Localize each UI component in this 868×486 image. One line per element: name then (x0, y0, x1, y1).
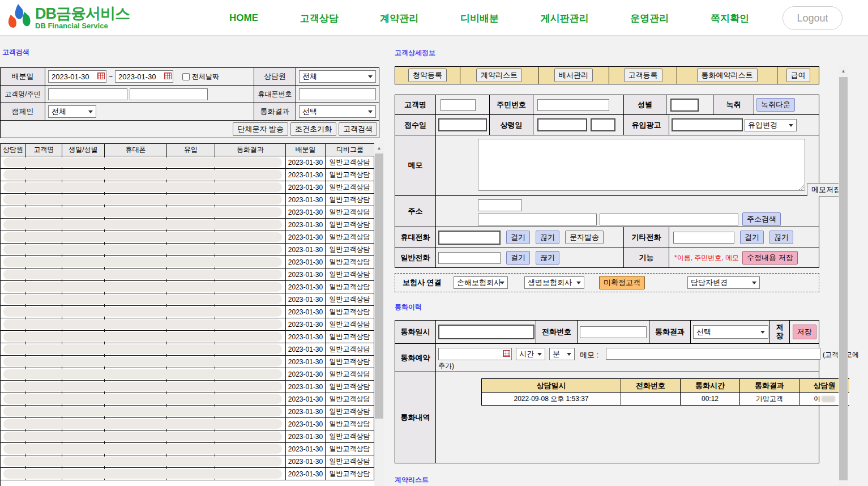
receipt-date-input[interactable] (438, 118, 487, 131)
call-datetime-input[interactable] (438, 325, 535, 339)
column-header[interactable]: 고객명 (26, 144, 62, 156)
table-row[interactable]: 2023-01-30 일반고객상담 (1, 194, 374, 206)
memo-textarea[interactable] (478, 139, 805, 191)
other-phone-input[interactable] (673, 232, 734, 244)
sms-send-button[interactable]: 문자발송 (565, 231, 604, 244)
reserve-minute-select[interactable]: 분 (549, 348, 575, 360)
table-row[interactable]: 2023-01-30 일반고객상담 (1, 231, 374, 244)
column-header[interactable]: 디비그룹 (326, 144, 374, 156)
nav-item[interactable]: HOME (229, 12, 258, 24)
zip-code-input[interactable] (478, 199, 522, 211)
action-button[interactable]: 급여 (786, 69, 810, 82)
save-edits-button[interactable]: 수정내용 저장 (742, 251, 798, 265)
column-header[interactable]: 통화결과 (215, 144, 286, 156)
nav-item[interactable]: 계약관리 (380, 12, 418, 25)
table-row[interactable]: 2023-01-30 일반고객상담 (1, 293, 374, 306)
address2-input[interactable] (600, 214, 738, 225)
mobile-number-input[interactable] (299, 88, 376, 100)
table-row[interactable]: 2023-01-30 일반고객상담 (1, 418, 374, 430)
address1-input[interactable] (478, 214, 597, 225)
scroll-up-icon[interactable]: ▲ (374, 143, 384, 153)
campaign-select[interactable]: 전체 (48, 105, 96, 118)
table-row[interactable]: 2023-01-30 일반고객상담 (1, 381, 374, 393)
bulk-sms-button[interactable]: 단체문자 발송 (233, 122, 288, 136)
nav-item[interactable]: 고객상담 (300, 12, 339, 25)
table-row[interactable]: 2023-01-30 일반고객상담 (1, 206, 374, 219)
insurance-age-input2[interactable] (591, 118, 615, 131)
logo[interactable]: DB금융서비스 DB Financial Service (7, 3, 130, 32)
calendar-icon[interactable] (164, 73, 172, 79)
reset-conditions-button[interactable]: 조건초기화 (290, 122, 336, 136)
table-row[interactable]: 2023-01-30 일반고객상담 (1, 281, 374, 293)
nav-item[interactable]: 게시판관리 (541, 12, 589, 25)
column-header[interactable]: 배분일 (286, 144, 326, 156)
table-row[interactable]: 2023-01-30 일반고객상담 (1, 430, 374, 443)
address-search-button[interactable]: 주소검색 (742, 212, 781, 226)
all-dates-checkbox[interactable] (182, 73, 190, 80)
customer-table-scrollbar[interactable]: ▲ (374, 143, 384, 486)
table-row[interactable]: 2023-01-30 일반고객상담 (1, 393, 374, 406)
column-header[interactable]: 휴대폰 (105, 144, 167, 156)
table-row[interactable]: 2023-01-30 일반고객상담 (1, 356, 374, 368)
table-row[interactable]: 2023-01-30 일반고객상담 (1, 406, 374, 418)
calendar-icon[interactable] (503, 350, 510, 357)
life-insurer-select[interactable]: 생명보험회사 (524, 276, 584, 289)
customer-name-input[interactable] (48, 88, 127, 100)
table-row[interactable]: 2023-01-30 일반고객상담 (1, 169, 374, 181)
action-button[interactable]: 배서관리 (554, 69, 593, 82)
agent-select[interactable]: 전체 (299, 70, 376, 83)
table-row[interactable]: 2023-01-30 일반고객상담 (1, 343, 374, 356)
inflow-ad-input[interactable] (672, 118, 743, 131)
table-row[interactable]: 2023-01-30 일반고객상담 (1, 368, 374, 381)
call-result-select[interactable]: 선택 (693, 325, 768, 339)
table-row[interactable]: 2023-01-30 일반고객상담 (1, 455, 374, 468)
table-row[interactable]: 2023-01-30 일반고객상담 (1, 331, 374, 343)
landline-input[interactable] (438, 252, 501, 264)
calendar-icon[interactable] (97, 73, 105, 79)
table-row[interactable]: 2023-01-30 일반고객상담 (1, 256, 374, 268)
table-row[interactable]: 2023-01-30 일반고객상담 (1, 244, 374, 256)
call-phone-input[interactable] (580, 326, 647, 338)
landline-call-button[interactable]: 걸기 (506, 251, 530, 265)
date-from-input[interactable]: 2023-01-30 (48, 70, 106, 83)
scrollbar-thumb[interactable] (375, 154, 383, 419)
customer-search-button[interactable]: 고객검색 (339, 122, 377, 136)
insurance-age-input[interactable] (537, 118, 587, 131)
column-header[interactable]: 생일/성별 (62, 144, 105, 156)
name-input[interactable] (441, 99, 476, 111)
other-hangup-button[interactable]: 끊기 (769, 231, 793, 244)
table-row[interactable]: 2023-01-30 일반고객상담 (1, 156, 374, 169)
inflow-change-select[interactable]: 유입변경 (745, 119, 797, 131)
action-button[interactable]: 고객등록 (624, 69, 662, 82)
call-save-button[interactable]: 저장 (793, 325, 816, 339)
table-row[interactable]: 2023-01-30 일반고객상담 (1, 181, 374, 194)
scrollbar-thumb[interactable] (839, 77, 848, 480)
column-header[interactable]: 유입 (167, 144, 215, 156)
nav-item[interactable]: 운영관리 (630, 12, 669, 25)
landline-hangup-button[interactable]: 끊기 (536, 251, 559, 265)
logout-button[interactable]: Logout (783, 6, 843, 30)
table-row[interactable]: 2023-01-30 일반고객상담 (1, 268, 374, 281)
reserve-date-input[interactable] (438, 348, 512, 360)
ssn-input[interactable] (537, 99, 609, 111)
column-header[interactable]: 상담원 (1, 144, 26, 156)
table-row[interactable]: 2023-01-30 일반고객상담 (1, 468, 374, 480)
history-row[interactable]: 2022-09-08 오후 1:53:37 00:12 가망고객 이 (482, 393, 849, 405)
other-call-button[interactable]: 걸기 (740, 231, 764, 244)
mobile-call-button[interactable]: 걸기 (506, 231, 530, 244)
action-button[interactable]: 통화예약리스트 (697, 69, 758, 82)
manager-change-select[interactable]: 담당자변경 (687, 276, 760, 289)
mobile-phone-input[interactable] (438, 231, 501, 245)
action-button[interactable]: 계약리스트 (476, 69, 522, 82)
action-button[interactable]: 청약등록 (408, 69, 447, 82)
page-scrollbar[interactable]: ▲ (839, 66, 848, 486)
reserve-memo-input[interactable] (606, 348, 820, 360)
table-row[interactable]: 2023-01-30 일반고객상담 (1, 318, 374, 331)
call-result-select[interactable]: 선택 (299, 105, 376, 118)
recording-download-button[interactable]: 녹취다운 (756, 98, 795, 112)
nonlife-insurer-select[interactable]: 손해보험회사 (454, 276, 508, 289)
reserve-hour-select[interactable]: 시간 (516, 348, 545, 360)
gender-input[interactable] (670, 99, 699, 112)
nav-item[interactable]: 디비배분 (460, 12, 499, 25)
scroll-up-icon[interactable]: ▲ (839, 66, 848, 76)
